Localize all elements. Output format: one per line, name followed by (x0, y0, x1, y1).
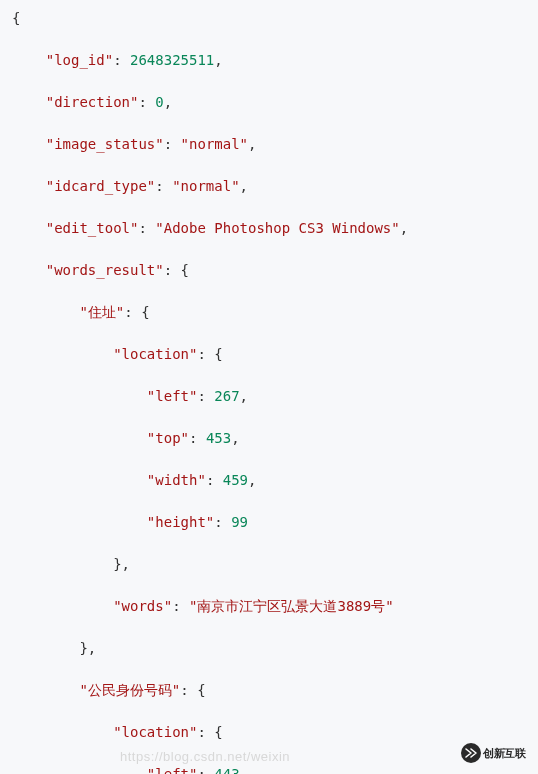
colon: : (113, 52, 130, 68)
val-addr-left: 267 (214, 388, 239, 404)
key-words: "words" (113, 598, 172, 614)
comma: , (240, 388, 248, 404)
key-edit-tool: "edit_tool" (46, 220, 139, 236)
val-addr-top: 453 (206, 430, 231, 446)
brace: { (12, 10, 20, 26)
key-address: "住址" (79, 304, 124, 320)
comma: , (240, 178, 248, 194)
key-top: "top" (147, 430, 189, 446)
colon: : (155, 178, 172, 194)
comma: , (248, 472, 256, 488)
val-direction: 0 (155, 94, 163, 110)
colon: : (138, 94, 155, 110)
colon: : (214, 514, 231, 530)
colon: : (138, 220, 155, 236)
close-brace: }, (79, 640, 96, 656)
val-log-id: 2648325511 (130, 52, 214, 68)
colon: : (206, 472, 223, 488)
comma: , (164, 94, 172, 110)
key-words-result: "words_result" (46, 262, 164, 278)
key-direction: "direction" (46, 94, 139, 110)
colon: : (197, 388, 214, 404)
val-addr-words: "南京市江宁区弘景大道3889号" (189, 598, 394, 614)
key-log-id: "log_id" (46, 52, 113, 68)
open-brace: : { (124, 304, 149, 320)
val-idcard-type: "normal" (172, 178, 239, 194)
key-width: "width" (147, 472, 206, 488)
comma: , (400, 220, 408, 236)
colon: : (164, 136, 181, 152)
key-idnum: "公民身份号码" (79, 682, 180, 698)
val-addr-height: 99 (231, 514, 248, 530)
val-addr-width: 459 (223, 472, 248, 488)
key-height: "height" (147, 514, 214, 530)
close-brace: }, (113, 556, 130, 572)
val-image-status: "normal" (181, 136, 248, 152)
val-id-left: 443 (214, 766, 239, 774)
key-location: "location" (113, 346, 197, 362)
comma: , (214, 52, 222, 68)
open-brace: : { (180, 682, 205, 698)
open-brace: : { (197, 346, 222, 362)
open-brace: : { (164, 262, 189, 278)
val-edit-tool: "Adobe Photoshop CS3 Windows" (155, 220, 399, 236)
key-idcard-type: "idcard_type" (46, 178, 156, 194)
colon: : (189, 430, 206, 446)
key-location: "location" (113, 724, 197, 740)
comma: , (240, 766, 248, 774)
json-code-block: { "log_id": 2648325511, "direction": 0, … (0, 0, 538, 774)
comma: , (231, 430, 239, 446)
comma: , (248, 136, 256, 152)
key-left: "left" (147, 766, 198, 774)
colon: : (197, 766, 214, 774)
open-brace: : { (197, 724, 222, 740)
colon: : (172, 598, 189, 614)
key-image-status: "image_status" (46, 136, 164, 152)
key-left: "left" (147, 388, 198, 404)
